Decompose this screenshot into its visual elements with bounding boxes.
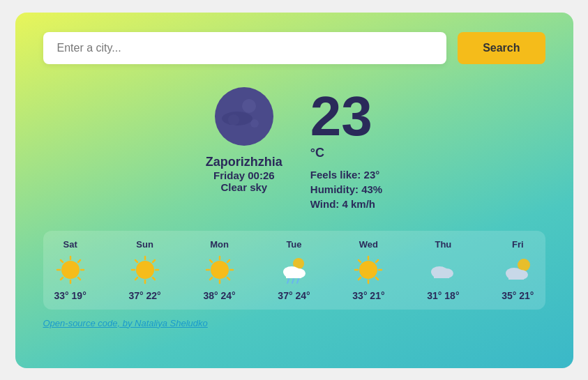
sun-icon [129,254,161,286]
weather-left: Zaporizhzhia Friday 00:26 Clear sky [206,85,282,193]
temperature-display: 23 [310,89,372,144]
forecast-day: Wed 33° 21° [352,239,384,301]
weather-icon-main [213,85,276,148]
svg-line-45 [359,260,361,262]
svg-point-14 [136,261,154,279]
forecast-day: Thu 31° 18° [427,239,459,301]
sun-icon [204,254,236,286]
moon-icon [213,85,276,148]
temp-unit: °C [310,146,324,160]
city-info: Zaporizhzhia Friday 00:26 Clear sky [206,155,282,193]
city-time: Friday 00:26 [206,169,282,181]
day-label: Sat [63,239,77,250]
feels-like: Feels like: 23° [310,169,382,181]
weather-main: Zaporizhzhia Friday 00:26 Clear sky 23 °… [43,85,545,210]
svg-line-30 [227,260,229,262]
svg-line-38 [292,279,294,283]
svg-point-40 [359,261,377,279]
svg-line-11 [78,278,80,280]
cloud-rain-icon [278,254,310,286]
day-temps: 33° 19° [54,290,86,301]
svg-line-19 [135,260,137,262]
sun-icon [352,254,384,286]
footer: Open-source code, by Nataliya Sheludko [43,318,545,328]
svg-line-13 [61,278,63,280]
city-input[interactable] [43,32,447,64]
svg-line-31 [210,278,212,280]
humidity: Humidity: 43% [310,183,382,195]
svg-point-4 [222,112,252,126]
svg-rect-57 [508,274,524,280]
footer-link[interactable]: Open-source code, by Nataliya Sheludko [43,318,208,328]
day-temps: 35° 21° [502,290,534,301]
svg-point-1 [242,99,256,113]
weather-details: Feels like: 23° Humidity: 43% Wind: 4 km… [310,169,382,210]
svg-line-10 [61,260,63,262]
day-temps: 33° 21° [352,290,384,301]
app-container: Search Zaporizhzhia Friday 00:26 Cle [15,13,573,368]
svg-line-12 [78,260,80,262]
cloud-icon [427,254,459,286]
forecast-day: Mon 38° 24° [203,239,235,301]
forecast-row: Sat 33° 19° Sun [43,231,545,310]
day-label: Fri [512,239,524,250]
forecast-day: Sat 33° 19° [54,239,86,301]
day-temps: 38° 24° [203,290,235,301]
city-name: Zaporizhzhia [206,155,282,169]
svg-line-39 [297,279,299,283]
search-row: Search [43,32,545,64]
forecast-day: Tue 37° 24° [278,239,310,301]
forecast-day: Fri 35° 21° [502,239,534,301]
svg-rect-52 [434,273,449,278]
cloud-sun-icon [502,254,534,286]
svg-point-23 [211,261,229,279]
svg-line-47 [376,260,378,262]
search-button[interactable]: Search [458,32,545,64]
svg-line-20 [153,278,155,280]
day-label: Sun [136,239,153,250]
svg-line-21 [153,260,155,262]
svg-line-29 [227,278,229,280]
svg-rect-36 [286,273,301,278]
svg-line-48 [359,278,361,280]
city-condition: Clear sky [206,181,282,193]
day-label: Tue [286,239,301,250]
svg-line-37 [287,279,289,283]
sun-icon [54,254,86,286]
svg-line-22 [135,278,137,280]
day-label: Thu [435,239,451,250]
day-label: Wed [359,239,378,250]
forecast-day: Sun 37° 22° [128,239,160,301]
wind: Wind: 4 km/h [310,198,382,210]
day-label: Mon [210,239,229,250]
day-temps: 31° 18° [427,290,459,301]
svg-line-28 [210,260,212,262]
weather-center: 23 °C Feels like: 23° Humidity: 43% Wind… [310,85,382,210]
svg-line-46 [376,278,378,280]
day-temps: 37° 22° [128,290,160,301]
day-temps: 37° 24° [278,290,310,301]
svg-point-5 [61,261,80,279]
